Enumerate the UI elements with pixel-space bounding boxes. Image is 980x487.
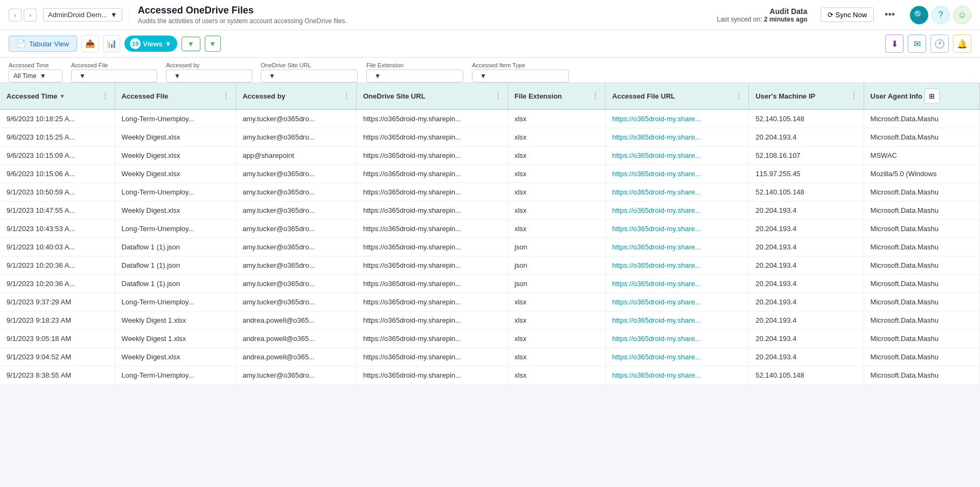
- cell-onedrive-url: https://o365droid-my.sharepin...: [356, 330, 508, 348]
- cell-accessed-by: andrea.powell@o365...: [236, 311, 357, 330]
- cell-file-url[interactable]: https://o365droid-my.share...: [606, 165, 749, 183]
- schedule-icon: 🕐: [934, 39, 945, 49]
- alert-action-button[interactable]: 🔔: [953, 34, 971, 53]
- cell-accessed-time: 9/1/2023 10:20:36 A...: [0, 275, 115, 293]
- table-row: 9/1/2023 10:20:36 A...Dataflow 1 (1).jso…: [0, 275, 980, 293]
- cell-machine-ip: 20.204.193.4: [749, 275, 864, 293]
- help-icon-button[interactable]: ?: [932, 6, 950, 24]
- breadcrumb-label: AdminDroid Dem...: [48, 11, 107, 19]
- sync-now-button[interactable]: ⟳ Sync Now: [821, 8, 874, 22]
- col-label-file-url: Accessed File URL: [612, 92, 675, 100]
- col-settings-button[interactable]: ⊞: [925, 88, 940, 103]
- audit-title: Audit Data: [717, 7, 807, 16]
- cell-accessed-file: Long-Term-Unemploy...: [115, 366, 236, 385]
- data-table-container: Accessed Time ▼ ⋮ Accessed File ⋮ Access…: [0, 83, 980, 385]
- filter-file-ext: File Extension ▼: [366, 62, 463, 82]
- chevron-down-icon: ▼: [79, 72, 86, 80]
- cell-machine-ip: 20.204.193.4: [749, 293, 864, 311]
- filter-accessed-file-label: Accessed File: [71, 62, 157, 68]
- cell-file-url[interactable]: https://o365droid-my.share...: [606, 220, 749, 238]
- table-row: 9/6/2023 10:15:25 A...Weekly Digest.xlsx…: [0, 128, 980, 147]
- chart-icon-button[interactable]: 📊: [103, 35, 120, 52]
- cell-accessed-file: Weekly Digest 1.xlsx: [115, 330, 236, 348]
- col-header-machine-ip: User's Machine IP ⋮: [749, 83, 864, 109]
- email-action-button[interactable]: ✉: [908, 34, 926, 53]
- cell-accessed-file: Weekly Digest.xlsx: [115, 147, 236, 165]
- download-icon: ⬇: [891, 39, 898, 49]
- filter-button[interactable]: ▼: [182, 37, 200, 51]
- col-label-machine-ip: User's Machine IP: [755, 92, 815, 100]
- export-icon-button[interactable]: 📤: [81, 35, 99, 52]
- filter-accessed-file-select[interactable]: ▼: [71, 69, 157, 82]
- filter-onedrive-url: OneDrive Site URL ▼: [261, 62, 358, 82]
- col-menu-icon[interactable]: ⋮: [102, 92, 108, 100]
- tabular-view-button[interactable]: 📄 Tabular View: [9, 36, 77, 52]
- col-header-file-ext: File Extension ⋮: [508, 83, 605, 109]
- filter-accessed-time-select[interactable]: All Time ▼: [9, 69, 62, 82]
- cell-file-url[interactable]: https://o365droid-my.share...: [606, 311, 749, 330]
- col-menu-icon[interactable]: ⋮: [851, 92, 857, 100]
- cell-file-url[interactable]: https://o365droid-my.share...: [606, 183, 749, 201]
- chevron-down-icon: ▼: [480, 72, 486, 80]
- cell-accessed-by: amy.tucker@o365dro...: [236, 293, 357, 311]
- search-icon-button[interactable]: 🔍: [910, 6, 928, 24]
- cell-file-url[interactable]: https://o365droid-my.share...: [606, 256, 749, 275]
- views-button[interactable]: 19 Views ▼: [124, 36, 177, 52]
- filter-drop-icon: ▼: [209, 40, 216, 48]
- filter-file-ext-label: File Extension: [366, 62, 463, 68]
- schedule-action-button[interactable]: 🕐: [930, 34, 949, 53]
- filter-accessed-file: Accessed File ▼: [71, 62, 157, 82]
- col-menu-icon[interactable]: ⋮: [592, 92, 599, 100]
- cell-file-url[interactable]: https://o365droid-my.share...: [606, 330, 749, 348]
- table-row: 9/1/2023 9:37:29 AMLong-Term-Unemploy...…: [0, 293, 980, 311]
- breadcrumb-select[interactable]: AdminDroid Dem... ▼: [43, 8, 122, 22]
- cell-file-ext: xlsx: [508, 220, 605, 238]
- filter-dropdown-button[interactable]: ▼: [205, 36, 221, 52]
- table-row: 9/1/2023 9:18:23 AMWeekly Digest 1.xlsxa…: [0, 311, 980, 330]
- nav-next-button[interactable]: ›: [24, 9, 37, 22]
- email-icon: ✉: [914, 39, 921, 49]
- col-menu-icon[interactable]: ⋮: [495, 92, 501, 100]
- cell-file-url[interactable]: https://o365droid-my.share...: [606, 348, 749, 366]
- cell-file-ext: xlsx: [508, 183, 605, 201]
- col-menu-icon[interactable]: ⋮: [223, 92, 229, 100]
- cell-file-url[interactable]: https://o365droid-my.share...: [606, 128, 749, 147]
- cell-accessed-time: 9/6/2023 10:15:09 A...: [0, 147, 115, 165]
- col-menu-icon[interactable]: ⋮: [735, 92, 742, 100]
- cell-file-url[interactable]: https://o365droid-my.share...: [606, 201, 749, 220]
- feedback-icon-button[interactable]: ☺: [953, 6, 971, 24]
- cell-accessed-file: Weekly Digest.xlsx: [115, 201, 236, 220]
- topbar: ‹ › AdminDroid Dem... ▼ Accessed OneDriv…: [0, 0, 980, 30]
- cell-user-agent: Microsoft.Data.Mashu: [864, 348, 979, 366]
- cell-accessed-by: amy.tucker@o365dro...: [236, 109, 357, 128]
- cell-file-url[interactable]: https://o365droid-my.share...: [606, 275, 749, 293]
- filter-item-type-select[interactable]: ▼: [472, 69, 569, 82]
- filter-onedrive-url-label: OneDrive Site URL: [261, 62, 358, 68]
- cell-file-ext: json: [508, 238, 605, 256]
- cell-accessed-time: 9/6/2023 10:15:06 A...: [0, 165, 115, 183]
- cell-user-agent: Microsoft.Data.Mashu: [864, 275, 979, 293]
- col-menu-icon[interactable]: ⋮: [343, 92, 350, 100]
- cell-file-ext: xlsx: [508, 147, 605, 165]
- nav-prev-button[interactable]: ‹: [9, 9, 22, 22]
- filter-onedrive-url-select[interactable]: ▼: [261, 69, 358, 82]
- chevron-down-icon: ▼: [40, 72, 46, 80]
- views-count-badge: 19: [130, 38, 141, 49]
- filter-file-ext-select[interactable]: ▼: [366, 69, 463, 82]
- cell-file-url[interactable]: https://o365droid-my.share...: [606, 366, 749, 385]
- action-icons: ⬇ ✉ 🕐 🔔: [885, 34, 971, 53]
- table-row: 9/1/2023 10:47:55 A...Weekly Digest.xlsx…: [0, 201, 980, 220]
- cell-file-url[interactable]: https://o365droid-my.share...: [606, 293, 749, 311]
- table-row: 9/6/2023 10:15:09 A...Weekly Digest.xlsx…: [0, 147, 980, 165]
- download-action-button[interactable]: ⬇: [885, 34, 903, 53]
- cell-file-url[interactable]: https://o365droid-my.share...: [606, 109, 749, 128]
- cell-file-url[interactable]: https://o365droid-my.share...: [606, 238, 749, 256]
- cell-accessed-file: Long-Term-Unemploy...: [115, 183, 236, 201]
- more-options-button[interactable]: •••: [880, 7, 899, 23]
- cell-accessed-time: 9/1/2023 10:40:03 A...: [0, 238, 115, 256]
- cell-file-url[interactable]: https://o365droid-my.share...: [606, 147, 749, 165]
- filter-accessed-by-select[interactable]: ▼: [166, 69, 252, 82]
- table-row: 9/1/2023 8:38:55 AMLong-Term-Unemploy...…: [0, 366, 980, 385]
- tabular-view-icon: 📄: [17, 39, 26, 48]
- chevron-down-icon: ▼: [269, 72, 275, 80]
